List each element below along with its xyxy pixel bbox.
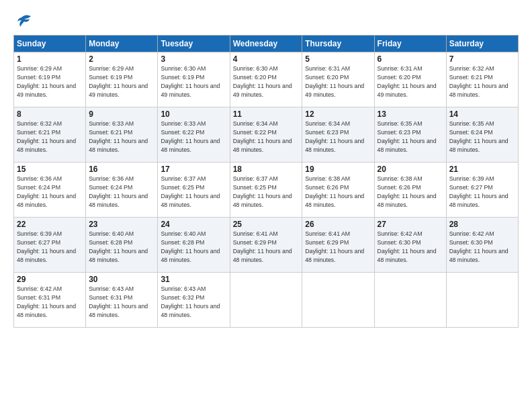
weekday-header-monday: Monday bbox=[86, 36, 158, 52]
day-info: Sunrise: 6:35 AMSunset: 6:23 PMDaylight:… bbox=[378, 120, 437, 153]
calendar-cell bbox=[302, 273, 374, 328]
day-info: Sunrise: 6:33 AMSunset: 6:21 PMDaylight:… bbox=[89, 120, 148, 153]
day-number: 29 bbox=[17, 275, 83, 284]
calendar-cell: 18 Sunrise: 6:37 AMSunset: 6:25 PMDaylig… bbox=[230, 163, 302, 218]
day-info: Sunrise: 6:31 AMSunset: 6:20 PMDaylight:… bbox=[378, 65, 437, 98]
day-info: Sunrise: 6:30 AMSunset: 6:19 PMDaylight:… bbox=[161, 65, 220, 98]
day-info: Sunrise: 6:32 AMSunset: 6:21 PMDaylight:… bbox=[449, 65, 508, 98]
day-info: Sunrise: 6:30 AMSunset: 6:20 PMDaylight:… bbox=[233, 65, 292, 98]
day-info: Sunrise: 6:35 AMSunset: 6:24 PMDaylight:… bbox=[449, 120, 508, 153]
calendar-cell bbox=[374, 273, 446, 328]
day-info: Sunrise: 6:32 AMSunset: 6:21 PMDaylight:… bbox=[17, 120, 76, 153]
calendar-week-5: 29 Sunrise: 6:42 AMSunset: 6:31 PMDaylig… bbox=[14, 273, 519, 328]
day-number: 3 bbox=[161, 54, 226, 64]
day-number: 22 bbox=[17, 220, 83, 229]
calendar-cell: 4 Sunrise: 6:30 AMSunset: 6:20 PMDayligh… bbox=[230, 52, 302, 107]
day-info: Sunrise: 6:40 AMSunset: 6:28 PMDaylight:… bbox=[89, 230, 148, 263]
calendar-cell: 16 Sunrise: 6:36 AMSunset: 6:24 PMDaylig… bbox=[86, 163, 158, 218]
day-info: Sunrise: 6:29 AMSunset: 6:19 PMDaylight:… bbox=[89, 65, 148, 98]
calendar-week-1: 1 Sunrise: 6:29 AMSunset: 6:19 PMDayligh… bbox=[14, 52, 519, 107]
calendar-cell: 14 Sunrise: 6:35 AMSunset: 6:24 PMDaylig… bbox=[446, 107, 518, 163]
calendar-cell: 20 Sunrise: 6:38 AMSunset: 6:26 PMDaylig… bbox=[374, 163, 446, 218]
day-number: 4 bbox=[233, 54, 300, 64]
day-number: 15 bbox=[17, 165, 83, 174]
day-number: 24 bbox=[161, 220, 226, 229]
day-info: Sunrise: 6:34 AMSunset: 6:22 PMDaylight:… bbox=[233, 120, 292, 153]
calendar-cell: 24 Sunrise: 6:40 AMSunset: 6:28 PMDaylig… bbox=[158, 218, 230, 273]
calendar-cell: 17 Sunrise: 6:37 AMSunset: 6:25 PMDaylig… bbox=[158, 163, 230, 218]
day-number: 26 bbox=[305, 220, 371, 229]
calendar-cell: 7 Sunrise: 6:32 AMSunset: 6:21 PMDayligh… bbox=[446, 52, 518, 107]
day-info: Sunrise: 6:42 AMSunset: 6:30 PMDaylight:… bbox=[449, 230, 508, 263]
day-info: Sunrise: 6:39 AMSunset: 6:27 PMDaylight:… bbox=[449, 175, 508, 208]
logo bbox=[13, 12, 34, 28]
day-number: 1 bbox=[17, 54, 83, 64]
weekday-header-tuesday: Tuesday bbox=[158, 36, 230, 52]
calendar-week-4: 22 Sunrise: 6:39 AMSunset: 6:27 PMDaylig… bbox=[14, 218, 519, 273]
day-number: 9 bbox=[89, 109, 154, 119]
day-number: 8 bbox=[17, 109, 83, 119]
day-number: 5 bbox=[305, 54, 371, 64]
day-info: Sunrise: 6:41 AMSunset: 6:29 PMDaylight:… bbox=[233, 230, 292, 263]
weekday-header-sunday: Sunday bbox=[14, 36, 86, 52]
day-number: 6 bbox=[378, 54, 443, 64]
weekday-header-thursday: Thursday bbox=[302, 36, 374, 52]
day-info: Sunrise: 6:43 AMSunset: 6:32 PMDaylight:… bbox=[161, 285, 220, 318]
calendar-cell bbox=[446, 273, 518, 328]
day-number: 20 bbox=[378, 165, 443, 174]
day-number: 2 bbox=[89, 54, 154, 64]
day-number: 27 bbox=[378, 220, 443, 229]
calendar-table: SundayMondayTuesdayWednesdayThursdayFrid… bbox=[13, 35, 519, 328]
day-number: 31 bbox=[161, 275, 226, 284]
weekday-header-row: SundayMondayTuesdayWednesdayThursdayFrid… bbox=[14, 36, 519, 52]
day-info: Sunrise: 6:39 AMSunset: 6:27 PMDaylight:… bbox=[17, 230, 76, 263]
calendar-cell: 8 Sunrise: 6:32 AMSunset: 6:21 PMDayligh… bbox=[14, 107, 86, 163]
weekday-header-friday: Friday bbox=[374, 36, 446, 52]
day-number: 14 bbox=[449, 109, 515, 119]
calendar-week-2: 8 Sunrise: 6:32 AMSunset: 6:21 PMDayligh… bbox=[14, 107, 519, 163]
calendar-cell: 29 Sunrise: 6:42 AMSunset: 6:31 PMDaylig… bbox=[14, 273, 86, 328]
calendar-cell: 26 Sunrise: 6:41 AMSunset: 6:29 PMDaylig… bbox=[302, 218, 374, 273]
page: SundayMondayTuesdayWednesdayThursdayFrid… bbox=[0, 0, 532, 411]
calendar-cell: 25 Sunrise: 6:41 AMSunset: 6:29 PMDaylig… bbox=[230, 218, 302, 273]
calendar-cell: 22 Sunrise: 6:39 AMSunset: 6:27 PMDaylig… bbox=[14, 218, 86, 273]
day-info: Sunrise: 6:38 AMSunset: 6:26 PMDaylight:… bbox=[305, 175, 364, 208]
day-number: 28 bbox=[449, 220, 515, 229]
calendar-cell: 15 Sunrise: 6:36 AMSunset: 6:24 PMDaylig… bbox=[14, 163, 86, 218]
calendar-week-3: 15 Sunrise: 6:36 AMSunset: 6:24 PMDaylig… bbox=[14, 163, 519, 218]
day-number: 30 bbox=[89, 275, 154, 284]
day-number: 18 bbox=[233, 165, 300, 174]
day-number: 11 bbox=[233, 109, 300, 119]
day-info: Sunrise: 6:29 AMSunset: 6:19 PMDaylight:… bbox=[17, 65, 76, 98]
day-info: Sunrise: 6:36 AMSunset: 6:24 PMDaylight:… bbox=[17, 175, 76, 208]
header bbox=[13, 12, 519, 28]
day-number: 13 bbox=[378, 109, 443, 119]
calendar-cell: 3 Sunrise: 6:30 AMSunset: 6:19 PMDayligh… bbox=[158, 52, 230, 107]
day-number: 23 bbox=[89, 220, 154, 229]
day-number: 17 bbox=[161, 165, 226, 174]
day-info: Sunrise: 6:31 AMSunset: 6:20 PMDaylight:… bbox=[305, 65, 364, 98]
day-info: Sunrise: 6:38 AMSunset: 6:26 PMDaylight:… bbox=[378, 175, 437, 208]
calendar-cell: 23 Sunrise: 6:40 AMSunset: 6:28 PMDaylig… bbox=[86, 218, 158, 273]
day-info: Sunrise: 6:43 AMSunset: 6:31 PMDaylight:… bbox=[89, 285, 148, 318]
day-number: 25 bbox=[233, 220, 300, 229]
calendar-cell: 30 Sunrise: 6:43 AMSunset: 6:31 PMDaylig… bbox=[86, 273, 158, 328]
day-info: Sunrise: 6:37 AMSunset: 6:25 PMDaylight:… bbox=[233, 175, 292, 208]
day-info: Sunrise: 6:41 AMSunset: 6:29 PMDaylight:… bbox=[305, 230, 364, 263]
calendar-cell: 10 Sunrise: 6:33 AMSunset: 6:22 PMDaylig… bbox=[158, 107, 230, 163]
calendar-cell: 6 Sunrise: 6:31 AMSunset: 6:20 PMDayligh… bbox=[374, 52, 446, 107]
day-info: Sunrise: 6:33 AMSunset: 6:22 PMDaylight:… bbox=[161, 120, 220, 153]
day-info: Sunrise: 6:42 AMSunset: 6:31 PMDaylight:… bbox=[17, 285, 76, 318]
day-info: Sunrise: 6:37 AMSunset: 6:25 PMDaylight:… bbox=[161, 175, 220, 208]
calendar-cell: 31 Sunrise: 6:43 AMSunset: 6:32 PMDaylig… bbox=[158, 273, 230, 328]
calendar-cell: 1 Sunrise: 6:29 AMSunset: 6:19 PMDayligh… bbox=[14, 52, 86, 107]
day-info: Sunrise: 6:36 AMSunset: 6:24 PMDaylight:… bbox=[89, 175, 148, 208]
logo-bird-icon bbox=[15, 12, 34, 31]
day-number: 21 bbox=[449, 165, 515, 174]
day-number: 16 bbox=[89, 165, 154, 174]
calendar-cell: 5 Sunrise: 6:31 AMSunset: 6:20 PMDayligh… bbox=[302, 52, 374, 107]
day-info: Sunrise: 6:34 AMSunset: 6:23 PMDaylight:… bbox=[305, 120, 364, 153]
day-info: Sunrise: 6:40 AMSunset: 6:28 PMDaylight:… bbox=[161, 230, 220, 263]
weekday-header-wednesday: Wednesday bbox=[230, 36, 302, 52]
calendar-cell bbox=[230, 273, 302, 328]
